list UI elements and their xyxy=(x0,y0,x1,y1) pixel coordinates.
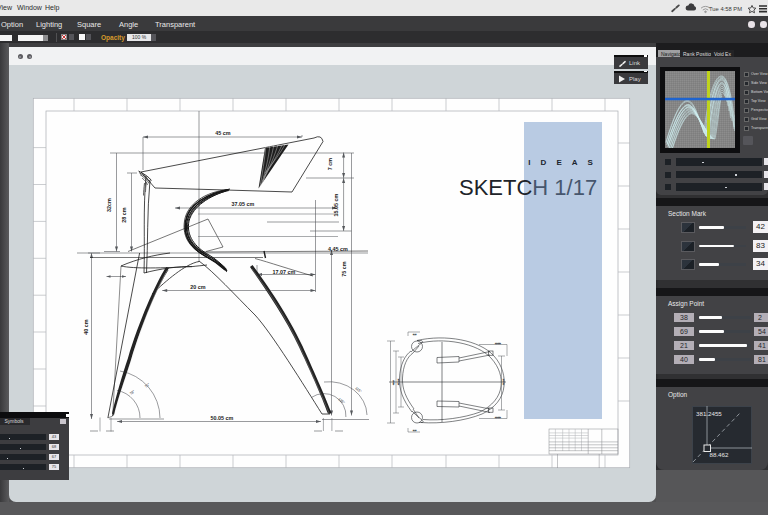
svg-text:75 cm: 75 cm xyxy=(341,261,347,276)
svg-text:50.05 cm: 50.05 cm xyxy=(211,415,234,421)
svg-text:40.05: 40.05 xyxy=(502,378,505,385)
svg-text:37.05: 37.05 xyxy=(397,378,400,385)
svg-text:5.5: 5.5 xyxy=(413,333,417,336)
svg-text:45 cm: 45 cm xyxy=(215,130,230,136)
svg-text:32cm: 32cm xyxy=(106,198,112,212)
svg-text:45.5: 45.5 xyxy=(392,380,395,385)
svg-text:88.462: 88.462 xyxy=(710,451,729,458)
svg-text:7 cm: 7 cm xyxy=(327,158,333,170)
svg-text:5.5: 5.5 xyxy=(413,429,417,432)
svg-text:37.05 cm: 37.05 cm xyxy=(232,201,255,207)
svg-text:Tue 4:58 PM: Tue 4:58 PM xyxy=(709,6,742,12)
svg-text:20 cm: 20 cm xyxy=(190,284,205,290)
svg-text:78°: 78° xyxy=(129,389,136,396)
svg-text:17.07 cm: 17.07 cm xyxy=(273,269,296,275)
svg-text:135°: 135° xyxy=(337,397,346,405)
svg-text:12cm: 12cm xyxy=(495,342,501,345)
svg-text:75°: 75° xyxy=(144,382,151,389)
svg-text:115°: 115° xyxy=(354,386,362,394)
svg-text:381.2455: 381.2455 xyxy=(696,410,722,417)
svg-text:28 cm: 28 cm xyxy=(121,207,127,222)
svg-text:40 cm: 40 cm xyxy=(83,319,89,334)
svg-text:12cm: 12cm xyxy=(495,416,501,419)
svg-text:15.05 cm: 15.05 cm xyxy=(333,193,339,216)
